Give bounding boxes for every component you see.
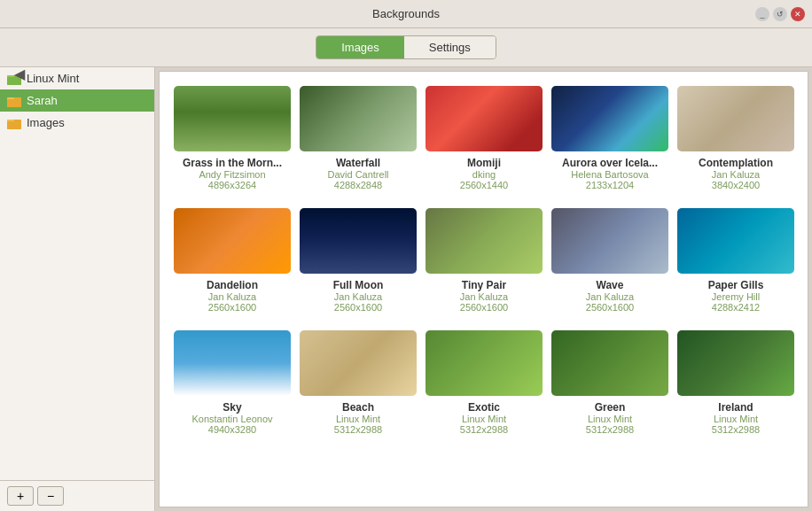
bg-item-waterfall[interactable]: WaterfallDavid Cantrell4288x2848 — [300, 86, 417, 190]
bg-item-fullmoon[interactable]: Full MoonJan Kaluza2560x1600 — [300, 208, 417, 313]
bg-item-green[interactable]: GreenLinux Mint5312x2988 — [551, 330, 668, 435]
nav-bar: ◀ Images Settings — [0, 28, 812, 67]
bg-item-author: Konstantin Leonov — [191, 414, 272, 424]
bg-item-grass[interactable]: Grass in the Morn...Andy Fitzsimon4896x3… — [174, 86, 291, 190]
bg-item-name: Beach — [342, 401, 374, 414]
bg-item-name: Dandelion — [207, 279, 258, 291]
bg-item-author: Andy Fitzsimon — [199, 169, 265, 180]
sidebar-label-sarah: Sarah — [27, 94, 58, 107]
sidebar-item-sarah[interactable]: Sarah — [0, 89, 154, 112]
svg-rect-8 — [7, 121, 21, 129]
bg-thumb-tinypair — [426, 208, 543, 274]
window-title: Backgrounds — [372, 7, 440, 20]
bg-thumb-beach — [300, 330, 417, 396]
bg-item-ireland[interactable]: IrelandLinux Mint5312x2988 — [677, 330, 794, 435]
bg-item-beach[interactable]: BeachLinux Mint5312x2988 — [300, 330, 417, 435]
content-area[interactable]: Grass in the Morn...Andy Fitzsimon4896x3… — [159, 71, 808, 507]
bg-item-author: dking — [472, 169, 496, 180]
svg-rect-5 — [7, 99, 21, 107]
bg-item-author: Jan Kaluza — [712, 169, 760, 180]
bg-thumb-dandelion — [174, 208, 291, 274]
sidebar: Linux Mint Sarah Images — [0, 67, 155, 511]
bg-item-name: Wave — [597, 279, 624, 291]
bg-item-size: 2560x1600 — [586, 302, 634, 313]
bg-item-author: Jan Kaluza — [586, 291, 634, 302]
bg-item-name: Paper Gills — [708, 279, 764, 291]
bg-thumb-waterfall — [300, 86, 417, 151]
sidebar-footer: + − — [0, 480, 154, 511]
bg-item-name: Waterfall — [336, 157, 380, 169]
bg-item-author: Linux Mint — [714, 414, 758, 424]
bg-item-name: Grass in the Morn... — [183, 157, 282, 169]
sidebar-label-images: Images — [27, 116, 65, 129]
bg-item-name: Ireland — [718, 401, 753, 414]
bg-item-name: Full Moon — [333, 279, 384, 291]
bg-item-size: 2560x1600 — [208, 302, 256, 313]
bg-item-name: Contemplation — [699, 157, 773, 169]
bg-item-tinypair[interactable]: Tiny PairJan Kaluza2560x1600 — [426, 208, 543, 313]
bg-item-name: Sky — [223, 401, 241, 414]
bg-item-author: Jan Kaluza — [334, 291, 382, 302]
folder-orange2-icon — [7, 117, 21, 129]
bg-thumb-ireland — [677, 330, 794, 396]
bg-item-papergills[interactable]: Paper GillsJeremy Hill4288x2412 — [677, 208, 794, 313]
bg-item-name: Green — [595, 401, 626, 414]
bg-item-size: 2560x1600 — [334, 302, 382, 313]
bg-item-exotic[interactable]: ExoticLinux Mint5312x2988 — [426, 330, 543, 435]
bg-item-author: Jan Kaluza — [208, 291, 256, 302]
bg-item-size: 5312x2988 — [460, 424, 508, 435]
back-button[interactable]: ◀ — [14, 66, 25, 82]
bg-thumb-contemplation — [677, 86, 794, 151]
tab-images[interactable]: Images — [316, 36, 404, 58]
main-area: Linux Mint Sarah Images — [0, 67, 812, 511]
bg-thumb-sky — [174, 330, 291, 396]
tab-group: Images Settings — [316, 35, 496, 59]
bg-item-author: Jan Kaluza — [460, 291, 508, 302]
bg-item-name: Tiny Pair — [462, 279, 506, 291]
remove-button[interactable]: − — [37, 486, 64, 506]
bg-item-author: Helena Bartosova — [571, 169, 648, 180]
bg-thumb-exotic — [426, 330, 543, 396]
bg-thumb-papergills — [677, 208, 794, 274]
bg-item-size: 4288x2848 — [334, 180, 382, 190]
bg-item-author: Linux Mint — [336, 414, 380, 424]
sidebar-item-images[interactable]: Images — [0, 112, 154, 134]
bg-item-size: 5312x2988 — [712, 424, 760, 435]
bg-item-size: 3840x2400 — [712, 180, 760, 190]
bg-item-author: Linux Mint — [588, 414, 632, 424]
bg-item-size: 2560x1440 — [460, 180, 508, 190]
folder-orange-icon — [7, 95, 21, 107]
bg-item-author: Jeremy Hill — [712, 291, 760, 302]
bg-item-size: 2133x1204 — [586, 180, 634, 190]
bg-item-sky[interactable]: SkyKonstantin Leonov4940x3280 — [174, 330, 291, 435]
bg-thumb-aurora — [551, 86, 668, 151]
bg-item-size: 2560x1600 — [460, 302, 508, 313]
bg-item-name: Exotic — [468, 401, 500, 414]
bg-item-aurora[interactable]: Aurora over Icela...Helena Bartosova2133… — [551, 86, 668, 190]
bg-item-size: 4940x3280 — [208, 424, 256, 435]
bg-item-author: Linux Mint — [462, 414, 506, 424]
bg-item-dandelion[interactable]: DandelionJan Kaluza2560x1600 — [174, 208, 291, 313]
window-controls: _ ↺ ✕ — [755, 7, 805, 21]
backgrounds-grid: Grass in the Morn...Andy Fitzsimon4896x3… — [174, 86, 793, 435]
bg-thumb-fullmoon — [300, 208, 417, 274]
add-button[interactable]: + — [7, 486, 34, 506]
bg-item-contemplation[interactable]: ContemplationJan Kaluza3840x2400 — [677, 86, 794, 190]
bg-item-momiji[interactable]: Momijidking2560x1440 — [426, 86, 543, 190]
bg-item-size: 4896x3264 — [208, 180, 256, 190]
bg-item-name: Aurora over Icela... — [562, 157, 658, 169]
bg-thumb-grass — [174, 86, 291, 151]
bg-thumb-green — [551, 330, 668, 396]
title-bar: Backgrounds _ ↺ ✕ — [0, 0, 812, 28]
bg-item-author: David Cantrell — [327, 169, 388, 180]
bg-item-size: 5312x2988 — [586, 424, 634, 435]
bg-item-wave[interactable]: WaveJan Kaluza2560x1600 — [551, 208, 668, 313]
sidebar-label-linuxmint: Linux Mint — [27, 72, 79, 85]
bg-item-size: 5312x2988 — [334, 424, 382, 435]
restore-button[interactable]: ↺ — [773, 7, 787, 21]
tab-settings[interactable]: Settings — [404, 36, 496, 58]
close-button[interactable]: ✕ — [791, 7, 805, 21]
minimize-button[interactable]: _ — [755, 7, 769, 21]
bg-item-size: 4288x2412 — [712, 302, 760, 313]
bg-thumb-momiji — [426, 86, 543, 151]
